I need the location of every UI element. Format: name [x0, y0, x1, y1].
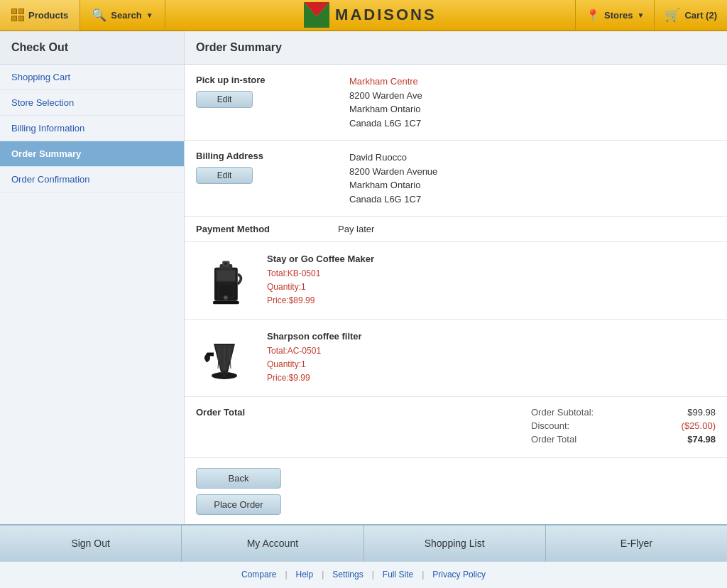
subtotal-value: $99.98: [687, 407, 716, 418]
privacy-policy-link[interactable]: Privacy Policy: [424, 570, 494, 579]
compare-link[interactable]: Compare: [233, 570, 285, 579]
pickup-edit-btn[interactable]: Edit: [196, 91, 253, 108]
billing-value: David Ruocco 8200 Warden Avenue Markham …: [349, 151, 437, 206]
cart-icon: 🛒: [665, 7, 680, 23]
settings-link[interactable]: Settings: [324, 570, 371, 579]
product-row-2: Sharpson coffee filter Total:AC-0501 Qua…: [185, 320, 727, 397]
pickup-label-col: Pick up in-store Edit: [196, 75, 338, 108]
cart-btn[interactable]: 🛒 Cart (2): [654, 0, 727, 31]
products-nav-btn[interactable]: Products: [0, 0, 80, 31]
search-nav-btn[interactable]: 🔍 Search ▼: [80, 0, 165, 31]
content-title: Order Summary: [185, 31, 727, 65]
content-area: Order Summary Pick up in-store Edit Mark…: [185, 31, 727, 524]
search-icon: 🔍: [92, 8, 106, 23]
svg-point-9: [224, 295, 228, 300]
product-price-2: Price:$9.99: [267, 371, 716, 385]
pickup-address2: Markham Ontario: [349, 102, 422, 116]
header: Products 🔍 Search ▼ MADISONS 📍 Stores ▼ …: [0, 0, 727, 31]
subtotal-label: Order Subtotal:: [531, 407, 594, 418]
logo-icon: [304, 2, 329, 28]
logo-text: MADISONS: [335, 6, 437, 24]
billing-address3: Canada L6G 1C7: [349, 192, 437, 207]
back-btn[interactable]: Back: [196, 468, 281, 489]
products-label: Products: [28, 10, 68, 21]
help-link[interactable]: Help: [288, 570, 322, 579]
coffee-maker-image: [199, 254, 249, 307]
billing-label-col: Billing Address Edit: [196, 151, 338, 184]
pickup-address3: Canada L6G 1C7: [349, 116, 422, 131]
grand-total-label: Order Total: [531, 434, 576, 445]
product-info-1: Stay or Go Coffee Maker Total:KB-0501 Qu…: [267, 254, 716, 308]
discount-value: ($25.00): [682, 420, 716, 431]
svg-rect-5: [217, 270, 235, 281]
sign-out-btn[interactable]: Sign Out: [0, 526, 182, 562]
search-chevron-icon: ▼: [146, 11, 153, 19]
pickup-value: Markham Centre 8200 Warden Ave Markham O…: [349, 75, 422, 130]
discount-line: Discount: ($25.00): [531, 420, 716, 431]
sidebar-item-order-summary[interactable]: Order Summary: [0, 141, 184, 167]
location-icon: 📍: [586, 9, 600, 22]
payment-label: Payment Method: [196, 224, 338, 234]
billing-name: David Ruocco: [349, 151, 437, 165]
footer-buttons: Sign Out My Account Shopping List E-Flye…: [0, 526, 727, 562]
main-container: Check Out Shopping Cart Store Selection …: [0, 31, 727, 524]
sidebar-item-billing-information[interactable]: Billing Information: [0, 116, 184, 141]
svg-rect-8: [213, 300, 239, 304]
product-name-2: Sharpson coffee filter: [267, 331, 716, 342]
billing-edit-btn[interactable]: Edit: [196, 167, 253, 184]
stores-chevron-icon: ▼: [638, 11, 645, 19]
coffee-filter-image: [199, 333, 249, 383]
product-row-1: Stay or Go Coffee Maker Total:KB-0501 Qu…: [185, 242, 727, 320]
stores-label: Stores: [604, 10, 633, 21]
action-buttons: Back Place Order: [185, 458, 727, 524]
order-total-section: Order Total Order Subtotal: $99.98 Disco…: [185, 397, 727, 458]
pickup-store-name: Markham Centre: [349, 75, 422, 89]
place-order-btn[interactable]: Place Order: [196, 494, 281, 515]
product-image-2: [196, 330, 253, 386]
billing-address2: Markham Ontario: [349, 178, 437, 192]
grand-total-value: $74.98: [687, 434, 716, 445]
order-total-label: Order Total: [196, 407, 338, 418]
search-label: Search: [111, 10, 141, 21]
my-account-btn[interactable]: My Account: [182, 526, 364, 562]
product-image-1: [196, 252, 253, 309]
cart-label: Cart (2): [684, 10, 717, 21]
sidebar: Check Out Shopping Cart Store Selection …: [0, 31, 185, 524]
svg-point-15: [204, 355, 210, 361]
billing-address1: 8200 Warden Avenue: [349, 165, 437, 179]
product-total-2: Total:AC-0501: [267, 344, 716, 358]
product-quantity-2: Quantity:1: [267, 358, 716, 371]
header-right: 📍 Stores ▼ 🛒 Cart (2): [575, 0, 727, 31]
sidebar-item-store-selection[interactable]: Store Selection: [0, 90, 184, 116]
subtotal-line: Order Subtotal: $99.98: [531, 407, 716, 418]
pickup-label: Pick up in-store: [196, 75, 338, 85]
billing-label: Billing Address: [196, 151, 338, 161]
payment-section: Payment Method Pay later: [185, 217, 727, 242]
sidebar-item-shopping-cart[interactable]: Shopping Cart: [0, 65, 184, 90]
footer: Sign Out My Account Shopping List E-Flye…: [0, 524, 727, 588]
svg-rect-14: [223, 371, 226, 377]
grid-icon: [11, 9, 24, 21]
full-site-link[interactable]: Full Site: [374, 570, 422, 579]
footer-links: Compare | Help | Settings | Full Site | …: [0, 562, 727, 588]
product-quantity-1: Quantity:1: [267, 281, 716, 294]
payment-value: Pay later: [338, 224, 374, 234]
discount-label: Discount:: [531, 420, 569, 431]
stores-btn[interactable]: 📍 Stores ▼: [575, 0, 654, 31]
svg-rect-7: [219, 285, 234, 297]
product-price-1: Price:$89.99: [267, 294, 716, 307]
sidebar-item-order-confirmation[interactable]: Order Confirmation: [0, 167, 184, 192]
pickup-address1: 8200 Warden Ave: [349, 89, 422, 103]
shopping-list-btn[interactable]: Shopping List: [364, 526, 546, 562]
grand-total-line: Order Total $74.98: [531, 434, 716, 445]
sidebar-title: Check Out: [0, 31, 184, 65]
product-name-1: Stay or Go Coffee Maker: [267, 254, 716, 264]
svg-point-12: [224, 262, 227, 265]
e-flyer-btn[interactable]: E-Flyer: [546, 526, 727, 562]
logo-area: MADISONS: [165, 2, 575, 28]
billing-section: Billing Address Edit David Ruocco 8200 W…: [185, 141, 727, 217]
product-total-1: Total:KB-0501: [267, 267, 716, 281]
product-info-2: Sharpson coffee filter Total:AC-0501 Qua…: [267, 331, 716, 386]
order-total-values: Order Subtotal: $99.98 Discount: ($25.00…: [338, 407, 716, 447]
pickup-section: Pick up in-store Edit Markham Centre 820…: [185, 65, 727, 141]
